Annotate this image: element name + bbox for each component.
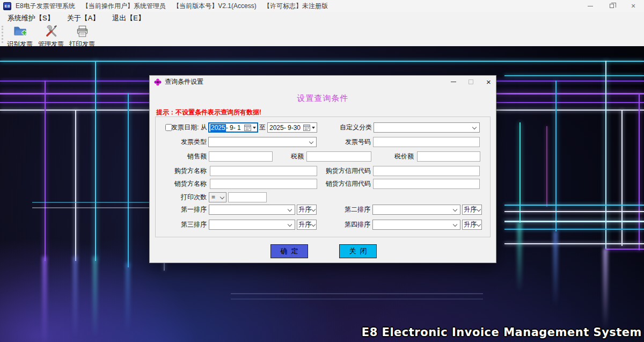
invoice-type-select[interactable] bbox=[208, 137, 317, 147]
app-icon: E8 bbox=[3, 2, 11, 10]
menu-item-system-maintenance[interactable]: 系统维护【S】 bbox=[2, 12, 60, 24]
buyer-credit-code-input[interactable] bbox=[373, 166, 480, 176]
restore-icon bbox=[610, 4, 614, 8]
sort1-label: 第一排序 bbox=[173, 205, 207, 215]
hint-text: 提示：不设置条件表示查询所有数据! bbox=[156, 108, 261, 117]
dialog-close-action-button[interactable]: 关 闭 bbox=[339, 244, 377, 258]
neon-line bbox=[555, 81, 557, 231]
select-value: 升序 bbox=[464, 206, 477, 213]
sort3-label: 第三排序 bbox=[173, 220, 207, 230]
light-beam bbox=[73, 257, 77, 337]
sort3-order-select[interactable]: 升序 bbox=[297, 220, 317, 230]
neon-line bbox=[95, 61, 96, 261]
sales-amount-input[interactable] bbox=[209, 151, 273, 162]
neon-line bbox=[504, 211, 644, 212]
light-beam bbox=[553, 231, 558, 307]
toolbar-button-recognize-invoice[interactable]: 识别发票 bbox=[4, 25, 35, 49]
sort2-select[interactable] bbox=[372, 205, 460, 215]
neon-line bbox=[231, 299, 483, 300]
print-count-label: 打印次数 bbox=[173, 192, 207, 202]
app-titlebar: E8 E8电子发票管理系统 【当前操作用户】系统管理员 【当前版本号】V2.1(… bbox=[0, 0, 644, 12]
seller-name-label: 销货方名称 bbox=[169, 179, 207, 189]
chevron-down-icon bbox=[472, 125, 477, 129]
neon-line bbox=[504, 75, 644, 76]
tax-amount-label: 税额 bbox=[270, 151, 304, 162]
buyer-name-label: 购货方名称 bbox=[169, 166, 207, 176]
window-title: E8电子发票管理系统 【当前操作用户】系统管理员 【当前版本号】V2.1(Acc… bbox=[16, 2, 328, 11]
neon-line bbox=[75, 110, 76, 261]
custom-category-select[interactable] bbox=[374, 122, 480, 133]
sort1-select[interactable] bbox=[209, 205, 295, 215]
select-value: 升序 bbox=[464, 221, 477, 228]
minimize-button[interactable] bbox=[580, 0, 601, 12]
sort3-select[interactable] bbox=[209, 220, 295, 230]
menubar: 系统维护【S】 关于【A】 退出【E】 bbox=[0, 12, 644, 24]
invoice-date-label: 发票日期: 从 bbox=[171, 122, 207, 133]
neon-line bbox=[504, 229, 644, 230]
sort2-label: 第二排序 bbox=[337, 205, 370, 215]
tax-price-label: 税价额 bbox=[380, 151, 414, 162]
sort2-order-select[interactable]: 升序 bbox=[462, 205, 482, 215]
chevron-down-icon bbox=[453, 222, 457, 226]
light-beam bbox=[126, 263, 130, 333]
dialog-titlebar: 查询条件设置 × bbox=[150, 76, 496, 88]
toolbar-button-print-invoice[interactable]: 打印发票 bbox=[67, 25, 98, 49]
footer-banner: E8 Electronic Invoice Management System bbox=[362, 326, 642, 339]
tools-icon bbox=[45, 25, 58, 40]
seller-credit-code-input[interactable] bbox=[373, 179, 480, 189]
minimize-icon bbox=[588, 6, 593, 6]
neon-line bbox=[128, 93, 129, 267]
toolbar-button-manage-invoice[interactable]: 管理发票 bbox=[35, 25, 67, 49]
sort4-label: 第四排序 bbox=[337, 220, 370, 230]
seller-credit-code-label: 销货方信用代码 bbox=[323, 179, 371, 189]
seller-name-input[interactable] bbox=[210, 179, 317, 189]
ok-button[interactable]: 确 定 bbox=[270, 244, 308, 258]
chevron-down-icon bbox=[477, 222, 481, 226]
print-count-input[interactable] bbox=[228, 192, 267, 202]
menu-item-about[interactable]: 关于【A】 bbox=[62, 12, 105, 24]
neon-line bbox=[45, 81, 46, 261]
neon-line bbox=[32, 207, 149, 208]
printer-icon bbox=[76, 25, 89, 40]
light-beam bbox=[603, 249, 608, 329]
select-value: 升序 bbox=[298, 206, 311, 213]
toolbar: 识别发票 管理发票 打印发票 bbox=[0, 24, 644, 46]
date-to-value: 2025- 9-30 bbox=[269, 124, 301, 132]
app-window: E8 E8电子发票管理系统 【当前操作用户】系统管理员 【当前版本号】V2.1(… bbox=[0, 0, 644, 342]
date-from-field[interactable]: 2025- 9- 1 bbox=[208, 122, 258, 133]
sort1-order-select[interactable]: 升序 bbox=[297, 205, 317, 215]
neon-line bbox=[504, 205, 644, 206]
dialog-minimize-button[interactable] bbox=[445, 76, 462, 88]
dialog-close-button[interactable]: × bbox=[480, 76, 497, 88]
invoice-type-label: 发票类型 bbox=[173, 137, 207, 147]
neon-line bbox=[504, 243, 644, 244]
close-icon: × bbox=[486, 77, 491, 86]
date-from-rest: - 9- 1 bbox=[226, 124, 241, 132]
date-to-field[interactable]: 2025- 9-30 bbox=[267, 122, 317, 133]
sort4-select[interactable] bbox=[372, 220, 460, 230]
print-count-operator-select[interactable]: = bbox=[209, 192, 226, 202]
neon-line bbox=[504, 221, 644, 222]
tax-amount-input[interactable] bbox=[306, 151, 371, 162]
dialog-icon bbox=[154, 78, 162, 86]
menu-item-exit[interactable]: 退出【E】 bbox=[107, 12, 150, 24]
sales-amount-label: 销售额 bbox=[173, 151, 207, 162]
buyer-name-input[interactable] bbox=[210, 166, 317, 176]
toolbar-gripper bbox=[2, 26, 3, 43]
chevron-down-icon bbox=[453, 207, 457, 211]
invoice-number-input[interactable] bbox=[373, 137, 480, 147]
tax-price-input[interactable] bbox=[417, 151, 480, 162]
neon-line bbox=[519, 122, 521, 223]
calendar-icon bbox=[303, 124, 310, 131]
close-button[interactable]: × bbox=[623, 0, 644, 12]
neon-line bbox=[546, 126, 547, 207]
neon-line bbox=[231, 293, 483, 294]
minimize-icon bbox=[451, 82, 456, 82]
sort4-order-select[interactable]: 升序 bbox=[462, 220, 482, 230]
invoice-number-label: 发票号码 bbox=[338, 137, 371, 147]
dialog-maximize-button[interactable] bbox=[463, 76, 479, 88]
light-beam bbox=[42, 257, 47, 342]
restore-button[interactable] bbox=[601, 0, 623, 12]
chevron-down-icon bbox=[309, 139, 313, 143]
chevron-down-icon bbox=[312, 127, 315, 129]
